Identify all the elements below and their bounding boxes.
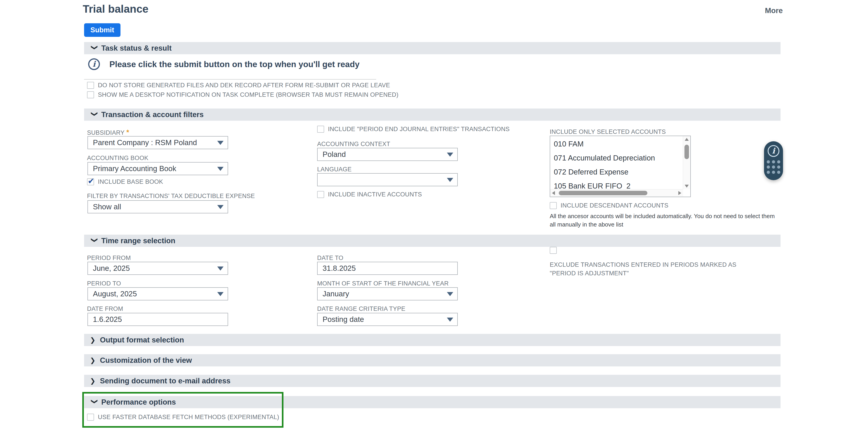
list-item[interactable]: 071 Accumulated Depreciation bbox=[550, 151, 683, 165]
dropdown-caret-icon bbox=[217, 205, 223, 209]
list-item[interactable]: 010 FAM bbox=[550, 137, 683, 151]
selected-accounts-label: INCLUDE ONLY SELECTED ACCOUNTS bbox=[550, 128, 666, 135]
section-header-performance[interactable]: ❯ Performance options bbox=[84, 396, 780, 408]
checkbox-row-include-inactive: INCLUDE INACTIVE ACCOUNTS bbox=[317, 191, 422, 198]
date-to-label: DATE TO bbox=[317, 254, 343, 261]
scroll-right-arrow-icon[interactable] bbox=[678, 191, 681, 195]
scroll-down-arrow-icon[interactable] bbox=[685, 185, 689, 188]
exclude-adjustment-label: EXCLUDE TRANSACTIONS ENTERED IN PERIODS … bbox=[550, 260, 758, 278]
dropdown-caret-icon bbox=[217, 292, 223, 296]
section-header-customization[interactable]: ❯ Customization of the view bbox=[84, 354, 780, 366]
info-icon bbox=[88, 58, 100, 70]
grid-dots-icon[interactable] bbox=[767, 160, 780, 174]
date-from-value: 1.6.2025 bbox=[93, 315, 122, 323]
section-title: Transaction & account filters bbox=[101, 110, 204, 119]
checkbox-row-faster-fetch: USE FASTER DATABASE FETCH METHODS (EXPER… bbox=[87, 414, 279, 421]
section-title: Performance options bbox=[101, 398, 176, 406]
chevron-right-icon: ❯ bbox=[90, 356, 100, 364]
dropdown-caret-icon bbox=[447, 153, 453, 157]
faster-fetch-checkbox[interactable] bbox=[87, 414, 94, 421]
section-title: Task status & result bbox=[101, 44, 172, 53]
dropdown-caret-icon bbox=[217, 267, 223, 271]
section-title: Time range selection bbox=[101, 237, 176, 245]
language-label: LANGUAGE bbox=[317, 166, 351, 173]
section-header-output-format[interactable]: ❯ Output format selection bbox=[84, 334, 780, 346]
dropdown-caret-icon bbox=[447, 318, 453, 322]
exclude-adjustment-checkbox[interactable] bbox=[550, 247, 557, 254]
period-to-label: PERIOD TO bbox=[87, 280, 121, 287]
dropdown-caret-icon bbox=[217, 167, 223, 171]
selected-accounts-listbox[interactable]: 010 FAM 071 Accumulated Depreciation 072… bbox=[550, 135, 691, 197]
vertical-scroll-thumb[interactable] bbox=[684, 145, 689, 159]
fy-start-month-label: MONTH OF START OF THE FINANCIAL YEAR bbox=[317, 280, 449, 287]
scroll-up-arrow-icon[interactable] bbox=[685, 138, 689, 141]
submit-button[interactable]: Submit bbox=[84, 23, 121, 37]
section-title: Output format selection bbox=[100, 336, 184, 344]
section-title: Customization of the view bbox=[100, 356, 192, 365]
criteria-type-value: Posting date bbox=[322, 315, 364, 323]
required-asterisk: * bbox=[126, 128, 129, 136]
include-descendant-checkbox[interactable] bbox=[550, 202, 557, 209]
no-store-checkbox[interactable] bbox=[87, 82, 94, 89]
section-header-sending-email[interactable]: ❯ Sending document to e-mail address bbox=[84, 375, 780, 387]
accounting-context-select[interactable]: Poland bbox=[317, 148, 458, 161]
period-to-value: August, 2025 bbox=[93, 289, 137, 298]
tax-deductible-value: Show all bbox=[93, 203, 121, 211]
dropdown-caret-icon bbox=[447, 292, 453, 296]
list-item[interactable]: 105 Bank EUR FIFO_2 bbox=[550, 179, 683, 189]
language-select[interactable] bbox=[317, 173, 458, 186]
more-menu-button[interactable]: More bbox=[765, 6, 783, 15]
desktop-notification-checkbox[interactable] bbox=[87, 91, 94, 98]
help-widget[interactable] bbox=[764, 141, 783, 180]
checkbox-row-include-descendant: INCLUDE DESCENDANT ACCOUNTS bbox=[550, 202, 669, 209]
checkbox-row-desktop-notification: SHOW ME A DESKTOP NOTIFICATION ON TASK C… bbox=[87, 91, 399, 98]
period-from-label: PERIOD FROM bbox=[87, 254, 131, 261]
fy-start-month-select[interactable]: January bbox=[317, 287, 458, 301]
chevron-down-icon: ❯ bbox=[91, 45, 98, 52]
include-base-book-checkbox[interactable] bbox=[87, 178, 94, 185]
accounting-book-value: Primary Accounting Book bbox=[93, 164, 176, 173]
accounting-book-select[interactable]: Primary Accounting Book bbox=[88, 162, 228, 175]
criteria-type-select[interactable]: Posting date bbox=[317, 313, 458, 326]
date-to-input[interactable]: 31.8.2025 bbox=[317, 262, 458, 275]
checkbox-label: INCLUDE DESCENDANT ACCOUNTS bbox=[561, 202, 669, 209]
chevron-down-icon: ❯ bbox=[91, 237, 98, 244]
list-item[interactable]: 072 Deferred Expense bbox=[550, 165, 683, 179]
checkbox-row-no-store: DO NOT STORE GENERATED FILES AND DEK REC… bbox=[87, 82, 390, 89]
listbox-items: 010 FAM 071 Accumulated Depreciation 072… bbox=[550, 137, 683, 189]
checkbox-label: USE FASTER DATABASE FETCH METHODS (EXPER… bbox=[98, 414, 279, 421]
date-from-label: DATE FROM bbox=[87, 305, 123, 312]
section-header-transaction-filters[interactable]: ❯ Transaction & account filters bbox=[84, 108, 780, 121]
vertical-scrollbar[interactable] bbox=[683, 136, 690, 189]
period-from-value: June, 2025 bbox=[93, 264, 130, 272]
checkbox-label: INCLUDE BASE BOOK bbox=[98, 178, 163, 185]
horizontal-scroll-thumb[interactable] bbox=[559, 191, 647, 195]
section-title: Sending document to e-mail address bbox=[100, 377, 230, 385]
fy-start-month-value: January bbox=[322, 289, 349, 298]
period-to-select[interactable]: August, 2025 bbox=[88, 287, 228, 301]
divider bbox=[84, 79, 376, 80]
subsidiary-select[interactable]: Parent Company : RSM Poland bbox=[88, 136, 228, 149]
info-icon[interactable] bbox=[768, 145, 779, 157]
period-from-select[interactable]: June, 2025 bbox=[88, 262, 228, 275]
checkbox-row-include-base-book: INCLUDE BASE BOOK bbox=[87, 178, 163, 185]
dropdown-caret-icon bbox=[217, 141, 223, 145]
section-header-time-range[interactable]: ❯ Time range selection bbox=[84, 235, 780, 247]
horizontal-scrollbar[interactable] bbox=[550, 189, 683, 197]
chevron-right-icon: ❯ bbox=[90, 377, 100, 385]
page-title: Trial balance bbox=[83, 3, 149, 15]
chevron-down-icon: ❯ bbox=[91, 399, 98, 405]
task-status-message: Please click the submit button on the to… bbox=[110, 60, 360, 69]
scroll-left-arrow-icon[interactable] bbox=[552, 191, 555, 195]
date-from-input[interactable]: 1.6.2025 bbox=[88, 313, 228, 326]
include-inactive-checkbox[interactable] bbox=[317, 191, 324, 198]
tax-deductible-select[interactable]: Show all bbox=[88, 200, 228, 213]
checkbox-row-period-end-je: INCLUDE "PERIOD END JOURNAL ENTRIES" TRA… bbox=[317, 126, 510, 133]
chevron-right-icon: ❯ bbox=[90, 336, 100, 344]
checkbox-label: DO NOT STORE GENERATED FILES AND DEK REC… bbox=[98, 82, 390, 89]
section-header-task-status[interactable]: ❯ Task status & result bbox=[84, 42, 780, 54]
accounting-book-label: ACCOUNTING BOOK bbox=[87, 155, 149, 162]
checkbox-label: SHOW ME A DESKTOP NOTIFICATION ON TASK C… bbox=[98, 91, 399, 98]
trial-balance-page: Trial balance More Submit ❯ Task status … bbox=[0, 0, 868, 434]
period-end-je-checkbox[interactable] bbox=[317, 126, 324, 133]
